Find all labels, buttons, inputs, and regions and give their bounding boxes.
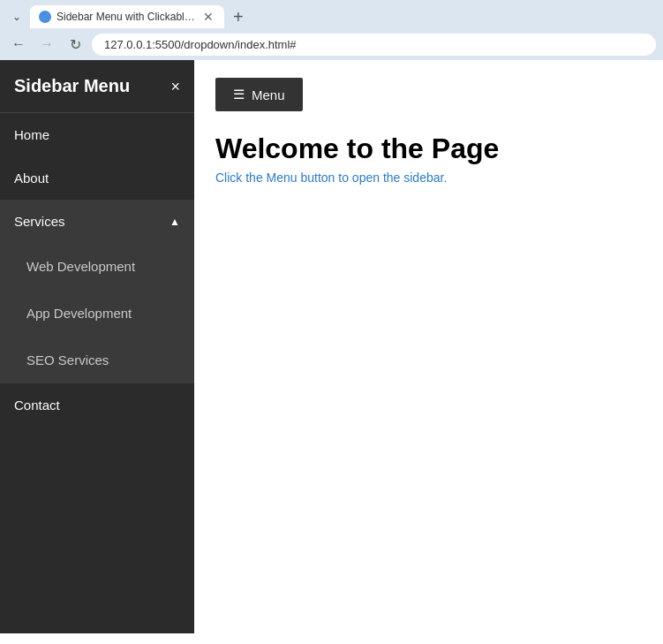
sidebar-item-app-development[interactable]: App Development bbox=[0, 290, 194, 337]
sidebar-nav: Home About Services ▲ Web Development Ap… bbox=[0, 113, 194, 427]
forward-button[interactable]: → bbox=[35, 33, 58, 56]
browser-tab[interactable]: Sidebar Menu with Clickable D ✕ bbox=[30, 5, 224, 28]
tab-title: Sidebar Menu with Clickable D bbox=[57, 11, 196, 23]
sidebar-item-services[interactable]: Services ▲ bbox=[0, 200, 194, 243]
sidebar-item-home[interactable]: Home bbox=[0, 113, 194, 156]
sidebar-item-contact-label: Contact bbox=[14, 398, 60, 413]
tab-favicon bbox=[39, 11, 51, 23]
menu-button[interactable]: ☰ Menu bbox=[215, 78, 303, 111]
services-dropdown-arrow: ▲ bbox=[170, 216, 180, 228]
sidebar-close-button[interactable]: × bbox=[170, 79, 180, 95]
sidebar-title: Sidebar Menu bbox=[14, 76, 130, 96]
main-content: ☰ Menu Welcome to the Page Click the Men… bbox=[194, 60, 663, 633]
sidebar-item-services-label: Services bbox=[14, 214, 65, 229]
sidebar: Sidebar Menu × Home About Services ▲ Web… bbox=[0, 60, 194, 633]
back-button[interactable]: ← bbox=[7, 33, 30, 56]
sidebar-item-about[interactable]: About bbox=[0, 156, 194, 200]
page-layout: Sidebar Menu × Home About Services ▲ Web… bbox=[0, 60, 663, 633]
sidebar-item-seo-services[interactable]: SEO Services bbox=[0, 337, 194, 383]
welcome-heading: Welcome to the Page bbox=[215, 133, 642, 165]
sidebar-header: Sidebar Menu × bbox=[0, 60, 194, 113]
reload-button[interactable]: ↻ bbox=[64, 33, 87, 56]
nav-bar: ← → ↻ bbox=[0, 28, 663, 60]
tab-close-button[interactable]: ✕ bbox=[201, 10, 215, 24]
menu-button-icon: ☰ bbox=[233, 87, 245, 102]
sidebar-item-about-label: About bbox=[14, 170, 49, 186]
menu-button-label: Menu bbox=[252, 87, 285, 102]
tab-list-button[interactable]: ⌄ bbox=[7, 7, 26, 27]
welcome-subtext: Click the Menu button to open the sideba… bbox=[215, 170, 642, 185]
browser-chrome: ⌄ Sidebar Menu with Clickable D ✕ + ← → … bbox=[0, 0, 663, 60]
services-dropdown: Web Development App Development SEO Serv… bbox=[0, 243, 194, 383]
sidebar-item-home-label: Home bbox=[14, 127, 49, 142]
new-tab-button[interactable]: + bbox=[228, 7, 249, 27]
sidebar-item-web-development[interactable]: Web Development bbox=[0, 243, 194, 290]
url-bar[interactable] bbox=[92, 34, 656, 56]
tab-bar: ⌄ Sidebar Menu with Clickable D ✕ + bbox=[0, 0, 663, 28]
sidebar-item-contact[interactable]: Contact bbox=[0, 383, 194, 427]
